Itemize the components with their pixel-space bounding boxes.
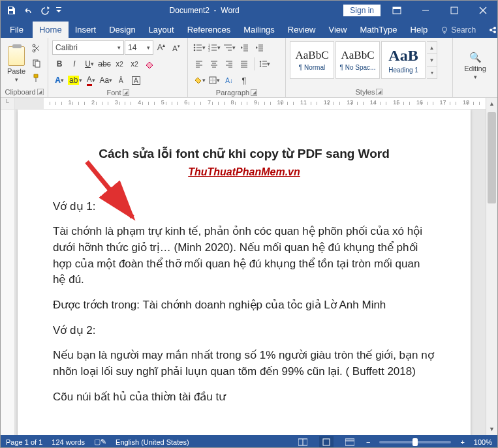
copy-icon	[32, 59, 41, 68]
tab-review[interactable]: Review	[281, 22, 322, 38]
svg-rect-10	[35, 61, 40, 67]
scroll-down-icon[interactable]: ▼	[486, 423, 497, 435]
styles-expand[interactable]: ▾	[427, 67, 437, 78]
redo-icon[interactable]	[37, 3, 53, 18]
font-color-button[interactable]: A▾	[84, 73, 98, 87]
maximize-icon[interactable]	[441, 1, 467, 20]
tab-view[interactable]: View	[322, 22, 353, 38]
status-words[interactable]: 124 words	[52, 438, 85, 446]
shrink-font-button[interactable]: A▾	[169, 40, 183, 55]
clear-formatting-button[interactable]	[142, 57, 157, 71]
change-case-button[interactable]: Aa▾	[99, 73, 113, 87]
align-right-button[interactable]	[222, 57, 236, 71]
tell-me[interactable]: Search	[434, 22, 482, 38]
view-read-mode-icon[interactable]	[296, 436, 310, 448]
svg-point-3	[443, 27, 447, 32]
dialog-launcher-icon[interactable]: ◢	[37, 89, 44, 95]
superscript-button[interactable]: x2	[127, 57, 142, 71]
format-painter-button[interactable]	[29, 71, 44, 85]
svg-rect-1	[393, 7, 401, 9]
status-language[interactable]: English (United States)	[116, 438, 189, 446]
bullets-button[interactable]: ▾	[192, 40, 206, 55]
dialog-launcher-icon[interactable]: ◢	[251, 89, 257, 96]
brush-icon	[32, 74, 41, 83]
zoom-out-button[interactable]: −	[366, 438, 370, 446]
zoom-slider[interactable]	[379, 441, 451, 443]
grow-font-button[interactable]: A▴	[154, 40, 168, 55]
numbering-button[interactable]: 123▾	[207, 40, 221, 55]
styles-scroll-down[interactable]: ▼	[427, 54, 437, 67]
bold-button[interactable]: B	[52, 57, 67, 71]
styles-scroll-up[interactable]: ▲	[427, 42, 437, 54]
subscript-button[interactable]: x2	[112, 57, 127, 71]
zoom-in-button[interactable]: +	[460, 438, 464, 446]
zoom-level[interactable]: 100%	[474, 438, 492, 446]
underline-button[interactable]: U▾	[82, 57, 97, 71]
tab-insert[interactable]: Insert	[69, 22, 103, 38]
close-icon[interactable]	[470, 1, 496, 20]
scroll-up-icon[interactable]: ▲	[486, 98, 497, 110]
status-page[interactable]: Page 1 of 1	[6, 438, 42, 446]
svg-text:3: 3	[208, 48, 210, 52]
show-marks-button[interactable]: ¶	[237, 73, 251, 87]
tab-layout[interactable]: Layout	[142, 22, 181, 38]
shading-button[interactable]: ▾	[192, 73, 206, 87]
dialog-launcher-icon[interactable]: ◢	[376, 89, 382, 95]
decrease-indent-button[interactable]	[237, 40, 251, 55]
style-heading-1[interactable]: AaBHeading 1	[381, 41, 426, 79]
minimize-icon[interactable]	[412, 1, 439, 20]
share-button[interactable]: Share	[482, 22, 498, 38]
sign-in-button[interactable]: Sign in	[343, 4, 381, 17]
align-center-button[interactable]	[207, 57, 221, 71]
font-name-combo[interactable]: Calibri▾	[52, 40, 124, 55]
vertical-scrollbar[interactable]: ▲ ▼	[486, 98, 497, 435]
sort-button[interactable]: A↓	[222, 73, 236, 87]
character-border-button[interactable]: A	[129, 73, 143, 87]
group-label: Clipboard	[5, 88, 35, 96]
view-web-layout-icon[interactable]	[343, 436, 357, 448]
copy-button[interactable]	[29, 56, 44, 70]
increase-indent-button[interactable]	[252, 40, 266, 55]
align-left-button[interactable]	[192, 57, 206, 71]
page[interactable]: Cách sửa lỗi font chữ khi copy từ PDF sa…	[18, 110, 471, 435]
ribbon-display-options-icon[interactable]	[384, 1, 410, 20]
share-icon	[489, 26, 497, 34]
dialog-launcher-icon[interactable]: ◢	[123, 89, 129, 96]
scroll-thumb[interactable]	[488, 112, 496, 203]
doc-example-1: Vớ dụ 1:	[53, 199, 435, 215]
svg-point-13	[193, 50, 195, 52]
status-spellcheck-icon[interactable]: ▢✎	[94, 438, 106, 446]
text-effects-button[interactable]: A▾	[52, 73, 67, 87]
style-no-spacing[interactable]: AaBbC¶ No Spac...	[335, 41, 380, 79]
tab-help[interactable]: Help	[404, 22, 435, 38]
undo-icon[interactable]	[20, 3, 36, 18]
borders-button[interactable]: ▾	[207, 73, 221, 87]
strikethrough-button[interactable]: abc	[97, 57, 112, 71]
justify-button[interactable]	[237, 57, 251, 71]
font-size-combo[interactable]: 14▾	[125, 40, 153, 55]
styles-scroll: ▲ ▼ ▾	[427, 41, 437, 79]
document-scroll[interactable]: Cách sửa lỗi font chữ khi copy từ PDF sa…	[15, 110, 486, 435]
highlight-button[interactable]: ab▾	[67, 73, 83, 87]
tab-file[interactable]: File	[1, 22, 33, 38]
doc-paragraph: Tài chớnh là phạm trự kinh tế, phản ỏnh …	[53, 224, 435, 288]
tab-references[interactable]: References	[181, 22, 237, 38]
tab-mathtype[interactable]: MathType	[353, 22, 403, 38]
style-normal[interactable]: AaBbC¶ Normal	[290, 41, 334, 79]
phonetic-guide-button[interactable]: Â	[114, 73, 128, 87]
doc-paragraph: Được trớch trong: Tài chớnh doanh nghiệp…	[53, 297, 435, 314]
group-editing: 🔍 Editing ▾	[453, 38, 497, 97]
tab-design[interactable]: Design	[102, 22, 142, 38]
multilevel-list-button[interactable]: ▾	[222, 40, 236, 55]
qat-customize-icon[interactable]	[54, 3, 63, 18]
cut-button[interactable]	[29, 41, 44, 55]
paste-button[interactable]: Paste ▾	[5, 40, 28, 87]
view-print-layout-icon[interactable]	[319, 436, 334, 448]
line-spacing-button[interactable]: ▾	[257, 57, 272, 71]
italic-button[interactable]: I	[67, 57, 82, 71]
tab-home[interactable]: Home	[33, 22, 69, 38]
doc-paragraph: Nếu bạn là người may mắn nhất trong số 1…	[53, 348, 435, 380]
tab-mailings[interactable]: Mailings	[237, 22, 281, 38]
save-icon[interactable]	[3, 3, 19, 18]
editing-button[interactable]: 🔍 Editing ▾	[457, 40, 493, 87]
